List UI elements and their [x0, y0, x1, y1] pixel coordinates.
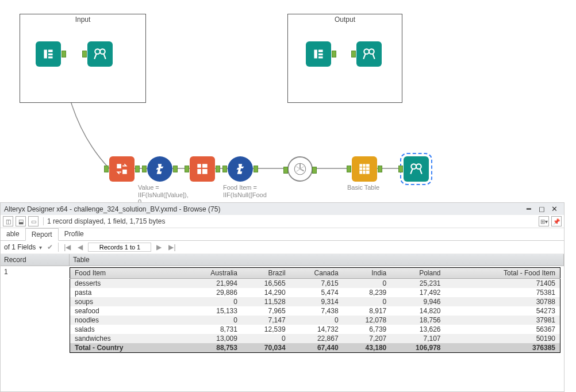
results-title-bar[interactable]: Alteryx Designer x64 - challenge_324_sol… — [1, 203, 564, 215]
render-tool[interactable] — [287, 156, 313, 182]
cell-value: 7,615 — [290, 279, 343, 289]
formula-tool-2-label: Food Item = IIF(IsNull([Food — [223, 184, 269, 198]
input-anchor[interactable] — [142, 166, 147, 172]
checkmark-icon[interactable]: ✔ — [45, 243, 55, 251]
transpose-tool[interactable] — [109, 156, 135, 182]
table-row: soups011,5289,31409,94630788 — [70, 297, 560, 306]
output-anchor[interactable] — [216, 166, 220, 172]
formula-tool-2[interactable] — [228, 156, 253, 182]
data-table-header-row: Food Item Australia Brazil Canada India … — [70, 268, 560, 279]
input-anchor[interactable] — [347, 166, 351, 172]
cell-value: 11,528 — [242, 297, 290, 306]
input-anchor[interactable] — [82, 51, 87, 57]
cell-value: 70,034 — [242, 343, 290, 353]
cell-value: 43,180 — [343, 343, 391, 353]
nav-last-button[interactable]: ▶| — [167, 243, 177, 251]
status-text: 1 record displayed, 1 field, 1,715 bytes — [43, 217, 167, 225]
nav-next-button[interactable]: ▶ — [155, 243, 163, 251]
container-output[interactable]: Output — [287, 14, 402, 103]
cell-food-item: pasta — [70, 288, 185, 297]
th-australia[interactable]: Australia — [185, 268, 242, 279]
th-poland[interactable]: Poland — [391, 268, 445, 279]
cell-value: 9,946 — [391, 297, 445, 306]
close-button[interactable]: ✕ — [548, 205, 560, 213]
cell-value: 0 — [290, 316, 343, 325]
cell-value: 21,994 — [185, 279, 242, 289]
maximize-button[interactable]: ◻ — [535, 205, 548, 213]
input-anchor[interactable] — [398, 166, 403, 172]
cell-value: 88,753 — [185, 343, 242, 353]
nav-prev-button[interactable]: ◀ — [76, 243, 85, 251]
view-split-vertical-icon[interactable]: ◫ — [3, 216, 13, 226]
cell-value: 7,207 — [343, 334, 391, 343]
pin-icon[interactable]: 📌 — [551, 216, 562, 226]
browse-tool-final[interactable] — [404, 156, 429, 182]
output-anchor[interactable] — [254, 166, 258, 172]
output-anchor[interactable] — [378, 166, 382, 172]
cell-value: 12,078 — [343, 316, 391, 325]
records-range-input[interactable] — [88, 243, 151, 252]
tab-report[interactable]: Report — [25, 228, 59, 241]
data-table: Food Item Australia Brazil Canada India … — [70, 267, 560, 353]
cell-food-item: seafood — [70, 306, 185, 316]
th-total[interactable]: Total - Food Item — [446, 268, 560, 279]
view-single-icon[interactable]: ▭ — [28, 216, 39, 226]
view-split-horizontal-icon[interactable]: ⬓ — [16, 216, 26, 226]
cell-food-item: sandwiches — [70, 334, 185, 343]
browse-tool-output[interactable] — [356, 41, 382, 67]
th-brazil[interactable]: Brazil — [242, 268, 290, 279]
cell-value: 75381 — [446, 288, 560, 297]
cell-food-item: Total - Country — [70, 343, 185, 353]
tab-profile[interactable]: Profile — [59, 228, 90, 240]
input-anchor[interactable] — [185, 166, 189, 172]
col-table-header[interactable]: Table — [70, 254, 564, 266]
table-row: salads8,73112,53914,7326,73913,62656367 — [70, 325, 560, 334]
output-anchor[interactable] — [135, 166, 140, 172]
cell-value: 106,978 — [391, 343, 445, 353]
cell-value: 8,731 — [185, 325, 242, 334]
tab-table[interactable]: able — [1, 228, 25, 240]
output-anchor[interactable] — [332, 51, 336, 57]
table-tool[interactable] — [352, 156, 377, 182]
input-anchor[interactable] — [104, 166, 109, 172]
nav-first-button[interactable]: |◀ — [62, 243, 72, 251]
text-input-tool-output[interactable] — [306, 41, 331, 67]
input-anchor[interactable] — [222, 166, 227, 172]
crosstab-tool[interactable] — [190, 156, 215, 182]
cell-value: 22,867 — [290, 334, 343, 343]
cell-value: 16,565 — [242, 279, 290, 289]
record-number: 1 — [1, 266, 70, 278]
cell-value: 0 — [185, 316, 242, 325]
svg-point-14 — [411, 164, 416, 169]
cell-value: 0 — [185, 297, 242, 306]
workflow-canvas[interactable]: Input Output Value = IIF(IsNull([Value])… — [0, 0, 576, 201]
th-canada[interactable]: Canada — [290, 268, 343, 279]
table-row-total: Total - Country88,75370,03467,44043,1801… — [70, 343, 560, 353]
cell-value: 37981 — [446, 316, 560, 325]
output-anchor[interactable] — [62, 51, 66, 57]
cell-value: 5,474 — [290, 288, 343, 297]
col-record-header[interactable]: Record — [1, 254, 70, 266]
add-panel-icon[interactable]: ⊞▾ — [539, 216, 549, 226]
minimize-button[interactable]: ━ — [523, 205, 535, 213]
input-anchor[interactable] — [283, 167, 288, 174]
svg-rect-13 — [359, 164, 369, 174]
output-anchor[interactable] — [173, 166, 178, 172]
svg-point-15 — [416, 164, 421, 169]
svg-point-11 — [369, 49, 374, 54]
output-anchor[interactable] — [312, 167, 317, 174]
cell-value: 7,107 — [391, 334, 445, 343]
cell-food-item: soups — [70, 297, 185, 306]
th-india[interactable]: India — [343, 268, 391, 279]
cell-value: 13,009 — [185, 334, 242, 343]
input-anchor[interactable] — [351, 51, 356, 57]
table-row: desserts21,99416,5657,615025,23171405 — [70, 279, 560, 289]
cell-value: 30788 — [446, 297, 560, 306]
th-food-item[interactable]: Food Item — [70, 268, 185, 279]
browse-tool-input[interactable] — [87, 41, 113, 67]
formula-tool-1[interactable] — [147, 156, 172, 182]
text-input-tool[interactable] — [36, 41, 61, 67]
cell-value: 71405 — [446, 279, 560, 289]
fields-dropdown[interactable]: ▾ — [39, 244, 42, 251]
cell-value: 0 — [343, 279, 391, 289]
